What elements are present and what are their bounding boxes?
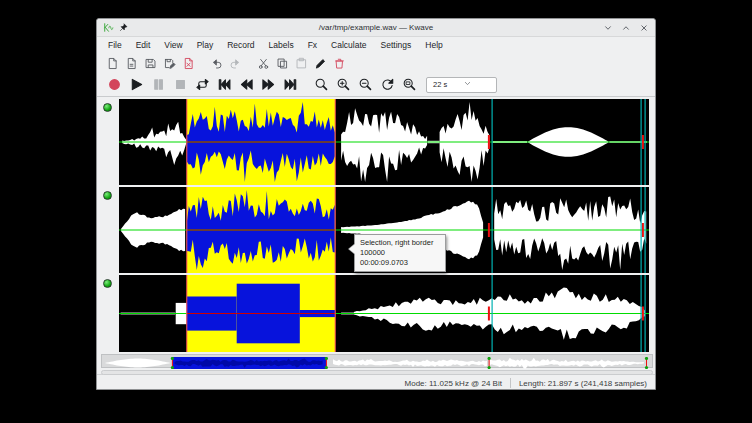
track-1-enabled-led[interactable] (103, 103, 112, 112)
minimize-button[interactable] (602, 22, 614, 34)
edit-button[interactable] (311, 55, 330, 72)
zoom-duration-select[interactable]: 22 s (426, 77, 497, 93)
menu-item-fx[interactable]: Fx (301, 38, 324, 52)
menu-item-calculate[interactable]: Calculate (324, 38, 373, 52)
menu-item-record[interactable]: Record (220, 38, 261, 52)
pause-button[interactable] (147, 75, 169, 95)
skip-first-button[interactable] (213, 75, 235, 95)
tooltip-arrow-icon (349, 244, 355, 254)
track-2-enabled-led[interactable] (103, 191, 112, 200)
menu-item-help[interactable]: Help (418, 38, 449, 52)
close-file-button[interactable] (179, 55, 198, 72)
forward-button[interactable] (257, 75, 279, 95)
zoom-duration-value: 22 s (433, 80, 463, 89)
zoom-selection-button[interactable] (310, 75, 332, 95)
status-length: Length: 21.897 s (241,418 samples) (519, 379, 647, 388)
screen: /var/tmp/example.wav — Kwave FileEditVie… (0, 0, 752, 423)
track-3-enabled-led[interactable] (103, 279, 112, 288)
loop-button[interactable] (191, 75, 213, 95)
kwave-app-icon (102, 22, 114, 34)
copy-button[interactable] (273, 55, 292, 72)
status-mode: Mode: 11.025 kHz @ 24 Bit (405, 379, 502, 388)
menubar: FileEditViewPlayRecordLabelsFxCalculateS… (97, 37, 655, 53)
tooltip-line-2: 100000 (360, 248, 440, 258)
play-button[interactable] (125, 75, 147, 95)
file-toolbar (97, 53, 655, 73)
menu-item-view[interactable]: View (157, 38, 189, 52)
playback-toolbar: 22 s (97, 73, 655, 96)
track-1-waveform[interactable] (119, 99, 649, 185)
track-3-waveform[interactable] (119, 275, 649, 352)
rewind-button[interactable] (235, 75, 257, 95)
stop-button[interactable] (169, 75, 191, 95)
zoom-in-button[interactable] (332, 75, 354, 95)
close-button[interactable] (638, 22, 650, 34)
zoom-out-button[interactable] (354, 75, 376, 95)
menu-item-file[interactable]: File (101, 38, 129, 52)
overview-strip[interactable] (101, 354, 653, 368)
save-button[interactable] (141, 55, 160, 72)
titlebar[interactable]: /var/tmp/example.wav — Kwave (97, 19, 655, 37)
undo-button[interactable] (207, 55, 226, 72)
menu-item-labels[interactable]: Labels (262, 38, 301, 52)
window-title: /var/tmp/example.wav — Kwave (97, 23, 655, 32)
combo-chevron-down-icon (463, 79, 493, 90)
redo-button[interactable] (226, 55, 245, 72)
signal-view[interactable]: Selection, right border 100000 00:00:09.… (97, 96, 655, 374)
window-controls (602, 22, 650, 34)
save-as-button[interactable] (160, 55, 179, 72)
maximize-button[interactable] (620, 22, 632, 34)
open-file-button[interactable] (122, 55, 141, 72)
menu-item-play[interactable]: Play (190, 38, 221, 52)
cut-button[interactable] (254, 55, 273, 72)
selection-tooltip: Selection, right border 100000 00:00:09.… (354, 234, 446, 272)
track-controls-strip (97, 97, 118, 354)
skip-last-button[interactable] (279, 75, 301, 95)
tooltip-line-1: Selection, right border (360, 238, 440, 248)
statusbar: Mode: 11.025 kHz @ 24 Bit Length: 21.897… (97, 374, 655, 391)
status-separator (510, 378, 511, 388)
tooltip-line-3: 00:00:09.0703 (360, 258, 440, 268)
zoom-revert-button[interactable] (376, 75, 398, 95)
pin-icon[interactable] (117, 22, 129, 34)
menu-item-edit[interactable]: Edit (129, 38, 158, 52)
horizontal-scrollbar[interactable] (101, 370, 653, 375)
new-file-button[interactable] (103, 55, 122, 72)
menu-item-settings[interactable]: Settings (374, 38, 419, 52)
paste-button[interactable] (292, 55, 311, 72)
delete-button[interactable] (330, 55, 349, 72)
record-button[interactable] (103, 75, 125, 95)
zoom-all-button[interactable] (398, 75, 420, 95)
kwave-window: /var/tmp/example.wav — Kwave FileEditVie… (96, 18, 656, 390)
